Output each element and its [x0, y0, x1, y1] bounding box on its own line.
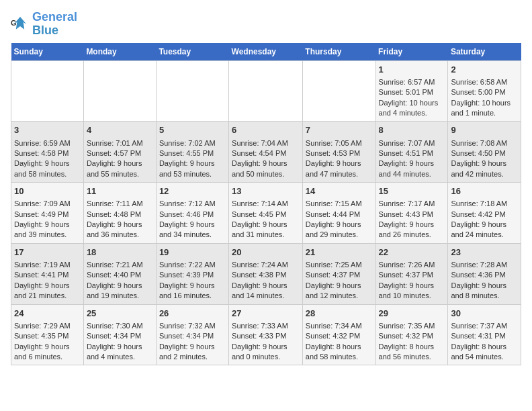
day-number: 22: [379, 246, 445, 259]
day-info: Sunrise: 7:19 AM: [14, 260, 81, 270]
day-number: 19: [159, 246, 226, 259]
day-info: and 44 minutes.: [379, 169, 445, 179]
calendar-cell: 14Sunrise: 7:15 AMSunset: 4:44 PMDayligh…: [302, 183, 375, 244]
day-info: Sunrise: 7:34 AM: [306, 321, 373, 331]
day-info: Daylight: 9 hours: [306, 281, 373, 291]
week-row-2: 3Sunrise: 6:59 AMSunset: 4:58 PMDaylight…: [11, 122, 521, 183]
calendar-cell: [302, 60, 375, 122]
day-info: and 55 minutes.: [87, 169, 153, 179]
day-number: 21: [306, 246, 373, 259]
day-info: Sunrise: 7:07 AM: [379, 138, 445, 148]
day-info: Sunset: 4:35 PM: [14, 331, 81, 341]
day-info: Sunset: 4:53 PM: [306, 148, 373, 158]
day-info: Sunset: 5:00 PM: [451, 87, 518, 97]
calendar-cell: 10Sunrise: 7:09 AMSunset: 4:49 PMDayligh…: [11, 183, 84, 244]
calendar-cell: 2Sunrise: 6:58 AMSunset: 5:00 PMDaylight…: [448, 60, 521, 122]
day-number: 12: [159, 185, 226, 197]
col-header-monday: Monday: [83, 43, 156, 61]
day-info: Daylight: 9 hours: [159, 281, 226, 291]
day-info: Sunset: 4:45 PM: [232, 210, 300, 220]
day-info: and 58 minutes.: [14, 169, 81, 179]
day-info: Daylight: 8 hours: [306, 342, 373, 352]
day-info: and 8 minutes.: [451, 291, 518, 301]
day-info: Sunset: 4:57 PM: [87, 148, 153, 158]
day-info: and 54 minutes.: [451, 352, 518, 362]
col-header-thursday: Thursday: [302, 43, 375, 61]
day-info: and 16 minutes.: [159, 291, 226, 301]
day-info: Sunrise: 7:35 AM: [379, 321, 445, 331]
calendar-cell: 7Sunrise: 7:05 AMSunset: 4:53 PMDaylight…: [302, 122, 375, 183]
day-info: and 6 minutes.: [14, 352, 81, 362]
calendar-cell: 6Sunrise: 7:04 AMSunset: 4:54 PMDaylight…: [229, 122, 303, 183]
calendar-cell: 20Sunrise: 7:24 AMSunset: 4:38 PMDayligh…: [229, 243, 303, 304]
day-info: Daylight: 9 hours: [451, 281, 518, 291]
calendar-cell: 3Sunrise: 6:59 AMSunset: 4:58 PMDaylight…: [11, 122, 84, 183]
day-number: 1: [379, 64, 445, 76]
day-number: 18: [87, 246, 153, 259]
day-info: Daylight: 9 hours: [14, 158, 81, 169]
day-info: Sunset: 4:38 PM: [232, 270, 300, 280]
day-number: 30: [451, 308, 518, 320]
day-number: 6: [232, 124, 300, 136]
day-info: Daylight: 9 hours: [232, 158, 300, 169]
day-info: Daylight: 9 hours: [306, 158, 373, 169]
day-number: 15: [379, 185, 445, 197]
day-info: Daylight: 9 hours: [451, 220, 518, 230]
day-info: and 58 minutes.: [306, 352, 373, 362]
col-header-wednesday: Wednesday: [229, 43, 303, 61]
day-info: Sunrise: 6:58 AM: [451, 77, 518, 87]
day-info: and 14 minutes.: [232, 291, 300, 301]
header: G General Blue: [11, 11, 521, 38]
day-info: Sunset: 4:34 PM: [87, 331, 153, 341]
calendar-table: SundayMondayTuesdayWednesdayThursdayFrid…: [11, 43, 521, 366]
day-info: Sunset: 4:49 PM: [14, 210, 81, 220]
calendar-cell: 22Sunrise: 7:26 AMSunset: 4:37 PMDayligh…: [375, 243, 448, 304]
day-info: and 21 minutes.: [14, 291, 81, 301]
day-info: Sunset: 4:33 PM: [232, 331, 300, 341]
day-info: Daylight: 9 hours: [14, 342, 81, 352]
day-info: Sunrise: 7:11 AM: [87, 199, 153, 209]
day-info: Daylight: 9 hours: [87, 158, 153, 169]
day-info: Sunset: 4:32 PM: [306, 331, 373, 341]
calendar-cell: 28Sunrise: 7:34 AMSunset: 4:32 PMDayligh…: [302, 304, 375, 365]
day-info: Sunrise: 7:05 AM: [306, 138, 373, 148]
day-info: Sunset: 4:46 PM: [159, 210, 226, 220]
day-info: and 10 minutes.: [379, 291, 445, 301]
day-info: Sunset: 4:43 PM: [379, 210, 445, 220]
day-info: and 34 minutes.: [159, 230, 226, 240]
day-info: Sunrise: 6:57 AM: [379, 77, 445, 87]
calendar-cell: 13Sunrise: 7:14 AMSunset: 4:45 PMDayligh…: [229, 183, 303, 244]
day-info: Daylight: 9 hours: [14, 220, 81, 230]
day-info: Sunset: 4:36 PM: [451, 270, 518, 280]
day-info: Sunrise: 7:17 AM: [379, 199, 445, 209]
calendar-cell: 5Sunrise: 7:02 AMSunset: 4:55 PMDaylight…: [156, 122, 228, 183]
day-number: 20: [232, 246, 300, 259]
day-info: and 36 minutes.: [87, 230, 153, 240]
day-number: 26: [159, 308, 226, 320]
calendar-cell: [11, 60, 84, 122]
day-info: Sunset: 4:44 PM: [306, 210, 373, 220]
day-info: Sunset: 4:31 PM: [451, 331, 518, 341]
day-number: 14: [306, 185, 373, 197]
day-info: and 4 minutes.: [379, 108, 445, 118]
day-info: Daylight: 9 hours: [87, 342, 153, 352]
calendar-cell: 1Sunrise: 6:57 AMSunset: 5:01 PMDaylight…: [375, 60, 448, 122]
day-info: Sunset: 4:40 PM: [87, 270, 153, 280]
calendar-cell: 25Sunrise: 7:30 AMSunset: 4:34 PMDayligh…: [83, 304, 156, 365]
week-row-4: 17Sunrise: 7:19 AMSunset: 4:41 PMDayligh…: [11, 243, 521, 304]
logo-text: General Blue: [32, 11, 77, 38]
day-info: Daylight: 9 hours: [232, 281, 300, 291]
day-number: 8: [379, 124, 445, 136]
day-info: Sunset: 4:55 PM: [159, 148, 226, 158]
day-info: and 4 minutes.: [87, 352, 153, 362]
day-info: Sunrise: 7:22 AM: [159, 260, 226, 270]
col-header-saturday: Saturday: [448, 43, 521, 61]
day-info: Daylight: 9 hours: [14, 281, 81, 291]
day-info: Sunset: 4:37 PM: [306, 270, 373, 280]
day-info: and 39 minutes.: [14, 230, 81, 240]
calendar-cell: 27Sunrise: 7:33 AMSunset: 4:33 PMDayligh…: [229, 304, 303, 365]
calendar-cell: [156, 60, 228, 122]
day-number: 10: [14, 185, 81, 197]
day-info: Sunset: 4:32 PM: [379, 331, 445, 341]
col-header-sunday: Sunday: [11, 43, 84, 61]
